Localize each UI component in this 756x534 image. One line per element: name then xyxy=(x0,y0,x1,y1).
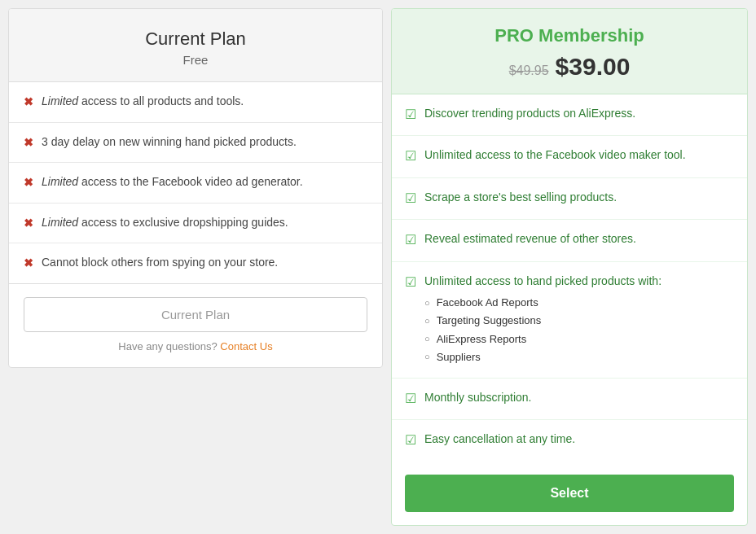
contact-us-link[interactable]: Contact Us xyxy=(220,340,272,352)
sub-item-facebook-reports: Facebook Ad Reports xyxy=(424,294,662,312)
plans-container: Current Plan Free ✖ Limited access to al… xyxy=(8,8,748,526)
plan-actions: Current Plan Have any questions? Contact… xyxy=(9,283,382,367)
x-icon: ✖ xyxy=(24,216,33,232)
pro-plan-features: ☑ Discover trending products on AliExpre… xyxy=(392,94,747,462)
feature-text: Reveal estimated revenue of other stores… xyxy=(424,231,636,247)
sub-item-aliexpress-reports: AliExpress Reports xyxy=(424,330,662,348)
feature-text-block: Unlimited access to hand picked products… xyxy=(424,274,662,366)
sub-item-text: Suppliers xyxy=(437,350,481,365)
check-icon: ☑ xyxy=(405,231,416,249)
current-plan-card: Current Plan Free ✖ Limited access to al… xyxy=(8,8,383,368)
feature-cannot-block: ✖ Cannot block others from spying on you… xyxy=(9,243,382,283)
italic-text: Limited xyxy=(42,216,78,229)
original-price: $49.95 xyxy=(509,63,549,78)
current-plan-button: Current Plan xyxy=(24,297,367,332)
questions-label: Have any questions? xyxy=(118,340,217,352)
price-row: $49.95 $39.00 xyxy=(408,53,731,81)
sub-item-targeting: Targeting Suggestions xyxy=(424,312,662,330)
select-button[interactable]: Select xyxy=(405,475,734,512)
check-icon: ☑ xyxy=(405,390,416,408)
feature-text: Discover trending products on AliExpress… xyxy=(424,106,635,122)
check-icon: ☑ xyxy=(405,190,416,208)
sale-price: $39.00 xyxy=(556,53,631,81)
pro-plan-header: PRO Membership $49.95 $39.00 xyxy=(392,9,747,94)
check-icon: ☑ xyxy=(405,106,416,124)
x-icon: ✖ xyxy=(24,94,33,111)
current-plan-name: Free xyxy=(25,53,366,67)
feature-text: Scrape a store's best selling products. xyxy=(424,190,617,206)
pro-feature-unlimited-hand-picked: ☑ Unlimited access to hand picked produc… xyxy=(392,262,747,379)
feature-text: Limited access to the Facebook video ad … xyxy=(42,174,303,190)
feature-text: Limited access to exclusive dropshipping… xyxy=(42,215,288,231)
feature-text: Unlimited access to the Facebook video m… xyxy=(424,147,686,164)
x-icon: ✖ xyxy=(24,256,33,272)
feature-text: Limited access to all products and tools… xyxy=(42,94,244,110)
sub-item-suppliers: Suppliers xyxy=(424,348,662,366)
italic-text: Limited xyxy=(42,94,78,107)
current-plan-title: Current Plan xyxy=(25,28,366,50)
feature-3day-delay: ✖ 3 day delay on new winning hand picked… xyxy=(9,123,382,164)
pro-feature-discover: ☑ Discover trending products on AliExpre… xyxy=(392,94,747,136)
feature-text: Monthly subscription. xyxy=(424,390,532,406)
pro-feature-scrape: ☑ Scrape a store's best selling products… xyxy=(392,178,747,220)
pro-feature-monthly: ☑ Monthly subscription. xyxy=(392,379,747,420)
feature-text: 3 day delay on new winning hand picked p… xyxy=(42,134,297,151)
pro-feature-cancel: ☑ Easy cancellation at any time. xyxy=(392,420,747,461)
x-icon: ✖ xyxy=(24,135,33,151)
current-plan-header: Current Plan Free xyxy=(9,9,382,82)
pro-plan-title: PRO Membership xyxy=(408,25,731,46)
check-icon: ☑ xyxy=(405,147,416,165)
italic-text: Limited xyxy=(42,175,78,188)
check-icon: ☑ xyxy=(405,274,416,291)
sub-item-text: Targeting Suggestions xyxy=(437,313,542,328)
feature-limited-all: ✖ Limited access to all products and too… xyxy=(9,82,382,123)
feature-text: Cannot block others from spying on your … xyxy=(42,255,278,271)
feature-text: Easy cancellation at any time. xyxy=(424,431,575,448)
pro-feature-unlimited-facebook: ☑ Unlimited access to the Facebook video… xyxy=(392,136,747,177)
current-plan-features: ✖ Limited access to all products and too… xyxy=(9,82,382,283)
feature-limited-guides: ✖ Limited access to exclusive dropshippi… xyxy=(9,204,382,244)
sub-item-text: AliExpress Reports xyxy=(437,332,527,347)
sub-item-text: Facebook Ad Reports xyxy=(437,295,538,310)
pro-plan-card: PRO Membership $49.95 $39.00 ☑ Discover … xyxy=(391,8,748,526)
x-icon: ✖ xyxy=(24,175,33,191)
pro-feature-reveal: ☑ Reveal estimated revenue of other stor… xyxy=(392,220,747,261)
feature-text: Unlimited access to hand picked products… xyxy=(424,274,662,290)
questions-row: Have any questions? Contact Us xyxy=(24,340,367,357)
feature-limited-facebook: ✖ Limited access to the Facebook video a… xyxy=(9,163,382,204)
sub-list: Facebook Ad Reports Targeting Suggestion… xyxy=(424,294,662,366)
check-icon: ☑ xyxy=(405,431,416,449)
